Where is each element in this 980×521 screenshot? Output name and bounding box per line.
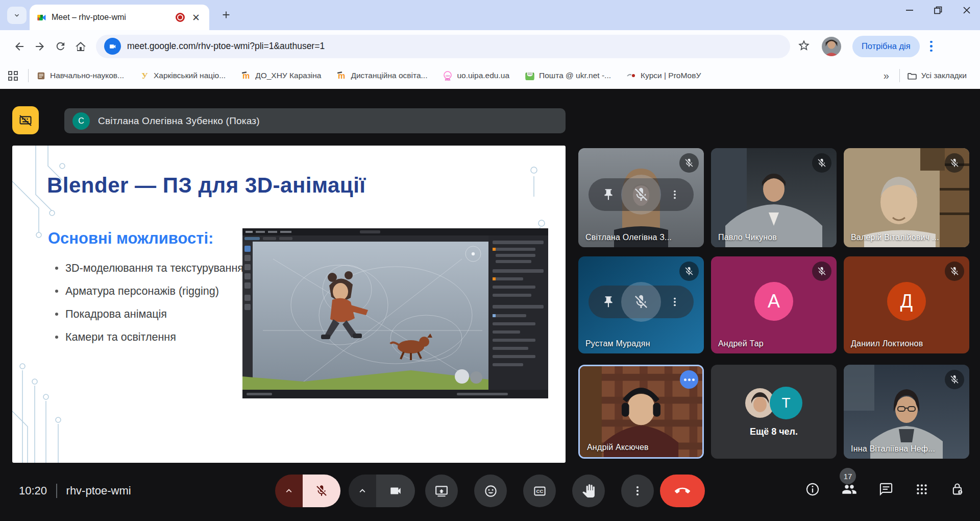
minimize-icon[interactable]: [905, 6, 914, 14]
back-button[interactable]: [9, 36, 30, 57]
presenter-avatar: C: [72, 112, 90, 130]
presentation-warning-button[interactable]: [12, 106, 39, 134]
host-controls-lock-icon[interactable]: [950, 482, 965, 496]
browser-window: Meet – rhv-ptoe-wmi ✕ meet.google.com/rh…: [0, 0, 980, 521]
bookmarks-overflow-icon[interactable]: »: [884, 70, 889, 82]
slide-bullet: Арматура персонажів (rigging): [55, 285, 243, 297]
more-people-label: Ещё 8 чел.: [750, 427, 798, 437]
window-controls: [905, 6, 971, 14]
present-button[interactable]: [425, 475, 458, 507]
bookmark-item[interactable]: Навчально-науков...: [36, 70, 124, 81]
slide-bullet-list: 3D-моделювання та текстурування Арматура…: [55, 262, 243, 354]
camera-toggle-button[interactable]: [376, 475, 415, 507]
tab-close-icon[interactable]: ✕: [190, 12, 202, 23]
participant-tile-andrii[interactable]: Андрій Аксючев: [578, 365, 704, 459]
info-icon[interactable]: [805, 482, 820, 496]
tile-mic-toggle[interactable]: [621, 282, 661, 322]
participant-tile-rustam[interactable]: Рустам Мурадян: [578, 256, 704, 353]
url-bar[interactable]: meet.google.com/rhv-ptoe-wmi?pli=1&authu…: [96, 35, 790, 58]
presenter-banner[interactable]: C Світлана Олегівна Зубенко (Показ): [64, 108, 566, 133]
bookmark-item[interactable]: uipaУІПА uo.uipa.edu.ua: [443, 70, 509, 81]
footer-right-icons: [805, 482, 965, 497]
pin-icon[interactable]: [602, 295, 615, 309]
svg-text:УІПА: УІПА: [445, 79, 451, 81]
reactions-button[interactable]: [474, 475, 507, 507]
call-end-icon: [675, 483, 690, 499]
tile-options-icon[interactable]: [680, 370, 698, 389]
all-bookmarks-button[interactable]: Усі закладки: [907, 70, 967, 81]
chat-icon[interactable]: [879, 482, 893, 496]
participant-name: Андрей Тар: [718, 339, 764, 348]
divider: [899, 69, 900, 82]
profile-avatar[interactable]: [822, 37, 841, 56]
slide-bullet: Камери та освітлення: [55, 331, 243, 343]
mic-options-chevron[interactable]: [275, 475, 303, 507]
camera-options-chevron[interactable]: [349, 475, 376, 507]
svg-text:CC: CC: [536, 488, 543, 494]
bookmark-item[interactable]: m ДО_ХНУ Каразіна: [241, 70, 321, 81]
browser-tab[interactable]: Meet – rhv-ptoe-wmi ✕: [30, 5, 209, 30]
participant-name: Світлана Олегівна З...: [585, 233, 672, 242]
camera-button-group: [349, 475, 415, 507]
more-options-icon[interactable]: [669, 296, 680, 307]
mic-button-group: [275, 475, 340, 507]
divider: [28, 69, 29, 82]
bookmark-item[interactable]: m Дистанційна освіта...: [336, 70, 427, 81]
tab-search-button[interactable]: [7, 7, 27, 24]
more-options-icon[interactable]: [669, 189, 680, 200]
bookmark-item[interactable]: У Харківський націо...: [139, 70, 226, 81]
apps-grid-icon[interactable]: [8, 71, 18, 81]
tab-title: Meet – rhv-ptoe-wmi: [52, 13, 170, 22]
captions-button[interactable]: CC: [523, 475, 556, 507]
participant-name: Даниил Локтионов: [851, 339, 923, 348]
presented-slide[interactable]: Blender — ПЗ для 3D-анімації Основні мож…: [12, 146, 566, 463]
moodle-icon: m: [336, 70, 347, 81]
close-window-icon[interactable]: [963, 6, 971, 14]
home-button[interactable]: [70, 36, 91, 57]
emoji-icon: [484, 484, 498, 498]
moodle-icon: m: [241, 70, 251, 81]
muted-mic-icon: [679, 262, 699, 281]
bookmark-item[interactable]: Пошта @ ukr.net -...: [525, 70, 611, 81]
clock-time: 10:20: [19, 484, 47, 498]
pin-icon[interactable]: [602, 188, 615, 201]
bookmark-item[interactable]: Курси | ProМовУ: [626, 70, 701, 81]
slide-bullet: Покадрова анімація: [55, 308, 243, 320]
letter-avatar: Д: [887, 282, 926, 321]
participant-name: Валерій Віталійович ...: [851, 233, 939, 242]
participant-tile-daniil[interactable]: Д Даниил Локтионов: [844, 256, 969, 353]
slide-title: Blender — ПЗ для 3D-анімації: [47, 173, 366, 198]
mic-toggle-button[interactable]: [303, 475, 340, 507]
restore-icon[interactable]: [934, 6, 942, 14]
muted-mic-icon: [945, 370, 964, 389]
browser-toolbar: meet.google.com/rhv-ptoe-wmi?pli=1&authu…: [0, 30, 980, 62]
participant-tile-andrey[interactable]: А Андрей Тар: [711, 256, 837, 353]
participant-tile-pavlo[interactable]: Павло Чикунов: [711, 148, 837, 247]
overflow-tile-more-people[interactable]: T Ещё 8 чел.: [711, 365, 837, 459]
raise-hand-button[interactable]: [572, 475, 605, 507]
participant-name: Андрій Аксючев: [587, 443, 649, 452]
activities-grid-icon[interactable]: [915, 483, 928, 496]
bookmarks-bar: Навчально-науков... У Харківський націо.…: [0, 62, 980, 89]
book-icon: [36, 70, 46, 81]
participant-name: Рустам Мурадян: [585, 339, 650, 348]
reload-button[interactable]: [50, 36, 70, 57]
muted-mic-icon: [945, 153, 964, 173]
browser-menu-icon[interactable]: [925, 41, 938, 52]
bookmark-star-icon[interactable]: [797, 39, 811, 54]
end-call-button[interactable]: [660, 475, 705, 507]
action-needed-chip[interactable]: Потрібна дія: [852, 36, 920, 57]
tile-mic-toggle[interactable]: [621, 175, 661, 215]
url-text: meet.google.com/rhv-ptoe-wmi?pli=1&authu…: [127, 41, 325, 52]
muted-mic-icon: [812, 153, 831, 173]
participant-tile-inna[interactable]: Інна Віталіївна Неф...: [844, 365, 969, 459]
forward-button[interactable]: [30, 36, 50, 57]
new-tab-button[interactable]: [220, 9, 232, 22]
more-options-button[interactable]: [621, 475, 654, 507]
participant-tile-svitlana[interactable]: Світлана Олегівна З...: [578, 148, 704, 247]
participant-name: Павло Чикунов: [718, 233, 777, 242]
participant-tile-valerii[interactable]: Валерій Віталійович ...: [844, 148, 969, 247]
divider: [56, 484, 57, 498]
cc-icon: CC: [533, 484, 547, 498]
slide-image-blender-screenshot: [242, 228, 548, 398]
